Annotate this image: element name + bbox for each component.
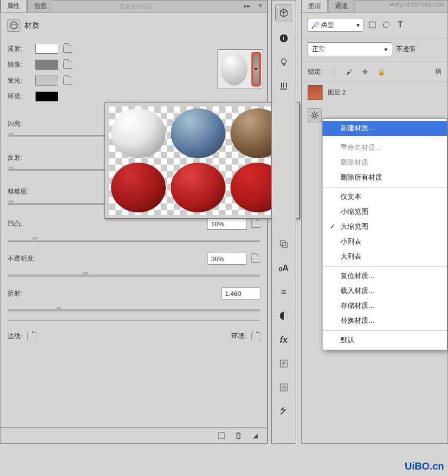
info-icon[interactable]: i bbox=[276, 31, 292, 45]
material-preset-red1[interactable] bbox=[111, 163, 166, 212]
material-preset-blue[interactable] bbox=[171, 108, 225, 158]
cube-icon[interactable] bbox=[217, 431, 226, 441]
tools-icon[interactable] bbox=[276, 404, 292, 418]
mirror-label: 镜像: bbox=[7, 60, 30, 69]
menu-small-list[interactable]: 小列表 bbox=[323, 234, 447, 249]
tab-channels[interactable]: 通道 bbox=[329, 0, 354, 12]
material-picker-popup bbox=[105, 102, 300, 219]
panel-title-row: 材质 bbox=[0, 13, 267, 41]
menu-separator bbox=[323, 138, 447, 138]
opacity-label: 不透明度: bbox=[7, 254, 35, 263]
bump-input[interactable] bbox=[208, 218, 246, 230]
diffuse-folder-icon[interactable] bbox=[63, 45, 72, 53]
opacity-input[interactable] bbox=[208, 253, 246, 265]
lock-transparency-icon[interactable] bbox=[329, 67, 338, 77]
material-context-menu: 新建材质... 重命名材质... 删除材质 删除所有材质 仅文本 小缩览图 大缩… bbox=[322, 118, 448, 350]
panel-title: 材质 bbox=[24, 21, 39, 30]
env-label: 环境: bbox=[7, 92, 30, 101]
paragraph-icon[interactable]: ≡ bbox=[276, 285, 292, 299]
menu-separator bbox=[323, 187, 447, 188]
menu-icon[interactable]: ≡ bbox=[255, 0, 265, 10]
bump-slider-row bbox=[0, 240, 267, 243]
tab-info[interactable]: 信息 bbox=[27, 0, 53, 12]
refract-row: 折射: bbox=[0, 285, 267, 302]
preview-dropdown-button[interactable] bbox=[252, 53, 260, 86]
normal-folder-icon[interactable] bbox=[27, 332, 36, 340]
mirror-folder-icon[interactable] bbox=[63, 61, 72, 69]
menu-save[interactable]: 存储材质... bbox=[323, 298, 447, 313]
blend-mode-select[interactable]: 正常 ▾ bbox=[308, 42, 392, 56]
preview-sphere bbox=[221, 53, 247, 86]
menu-small-thumb[interactable]: 小缩览图 bbox=[323, 204, 447, 219]
layer-type-select[interactable]: 🔎 类型 ▾ bbox=[308, 18, 363, 32]
menu-separator bbox=[323, 330, 447, 331]
menu-delete-all[interactable]: 删除所有材质 bbox=[323, 170, 447, 185]
menu-large-list[interactable]: 大列表 bbox=[323, 249, 447, 264]
blend-mode-value: 正常 bbox=[312, 45, 325, 54]
menu-separator bbox=[323, 266, 447, 267]
menu-replace[interactable]: 替换材质... bbox=[323, 313, 447, 328]
svg-rect-10 bbox=[369, 22, 375, 28]
diffuse-label: 漫射: bbox=[7, 44, 30, 53]
normal-env-row: 法线: 环境: bbox=[0, 329, 267, 344]
material-preset-white[interactable] bbox=[111, 108, 166, 158]
watermark-bottom: UiBO.cn bbox=[405, 461, 444, 472]
collapse-icon[interactable]: ▸▸ bbox=[242, 0, 252, 10]
refract-input[interactable] bbox=[222, 287, 260, 299]
shiny-label: 闪亮: bbox=[7, 120, 22, 127]
material-preset-red2[interactable] bbox=[171, 163, 225, 212]
glow-folder-icon[interactable] bbox=[63, 77, 72, 85]
env-swatch[interactable] bbox=[35, 92, 58, 101]
fx-icon[interactable]: fx bbox=[276, 333, 292, 347]
filter-text-icon[interactable]: T bbox=[395, 20, 405, 30]
bump-folder-icon[interactable] bbox=[251, 220, 260, 228]
opacity-folder-icon[interactable] bbox=[251, 255, 260, 263]
contrast-icon[interactable] bbox=[276, 309, 292, 323]
opacity-header-label: 不透明 bbox=[396, 45, 416, 54]
brushes-icon[interactable] bbox=[276, 79, 292, 93]
glow-swatch[interactable] bbox=[35, 76, 58, 86]
tab-properties[interactable]: 属性 bbox=[0, 0, 26, 12]
env2-folder-icon[interactable] bbox=[251, 332, 260, 340]
svg-rect-1 bbox=[219, 433, 224, 439]
reflect-label: 反射: bbox=[7, 154, 22, 161]
filter-adjust-icon[interactable] bbox=[381, 20, 391, 30]
dropdown-icon: ▾ bbox=[384, 46, 388, 53]
layers-stack-icon[interactable] bbox=[276, 237, 292, 251]
tab-layers[interactable]: 图层 bbox=[302, 0, 328, 12]
bump-slider[interactable] bbox=[7, 240, 260, 242]
mirror-swatch[interactable] bbox=[35, 60, 58, 70]
list-icon[interactable] bbox=[276, 381, 292, 394]
lock-move-icon[interactable]: ✥ bbox=[360, 67, 370, 77]
cube-3d-icon[interactable] bbox=[275, 4, 292, 21]
menu-new-material[interactable]: 新建材质... bbox=[323, 121, 447, 136]
resize-icon[interactable]: ◢ bbox=[250, 431, 260, 441]
lock-all-icon[interactable]: 🔒 bbox=[376, 67, 386, 77]
menu-delete-material[interactable]: 删除材质 bbox=[323, 155, 447, 170]
material-preview bbox=[218, 49, 262, 89]
lock-brush-icon[interactable]: 🖌 bbox=[344, 67, 354, 77]
gear-icon[interactable] bbox=[308, 108, 322, 122]
material-icon bbox=[7, 19, 20, 32]
menu-text-only[interactable]: 仅文本 bbox=[323, 190, 447, 204]
character-icon[interactable]: ₀A bbox=[276, 261, 292, 275]
search-icon: 🔎 bbox=[311, 21, 319, 29]
menu-rename-material[interactable]: 重命名材质... bbox=[323, 140, 447, 155]
refract-slider[interactable] bbox=[7, 309, 260, 311]
trash-icon[interactable] bbox=[233, 431, 243, 441]
light-icon[interactable] bbox=[276, 55, 292, 69]
svg-rect-9 bbox=[280, 384, 287, 391]
diffuse-swatch[interactable] bbox=[35, 44, 58, 54]
menu-default[interactable]: 默认 bbox=[323, 333, 447, 348]
filter-image-icon[interactable] bbox=[367, 20, 377, 30]
opacity-slider[interactable] bbox=[7, 275, 260, 277]
menu-large-thumb[interactable]: 大缩览图 bbox=[323, 219, 447, 234]
fill-label: 填 bbox=[435, 67, 442, 76]
svg-point-4 bbox=[281, 59, 286, 64]
type-label: 类型 bbox=[321, 20, 334, 29]
menu-reset[interactable]: 复位材质... bbox=[323, 269, 447, 284]
svg-rect-5 bbox=[280, 241, 285, 246]
note-icon[interactable] bbox=[276, 357, 292, 371]
layer-row[interactable]: 图层 2 bbox=[302, 82, 448, 103]
menu-load[interactable]: 载入材质... bbox=[323, 284, 447, 298]
